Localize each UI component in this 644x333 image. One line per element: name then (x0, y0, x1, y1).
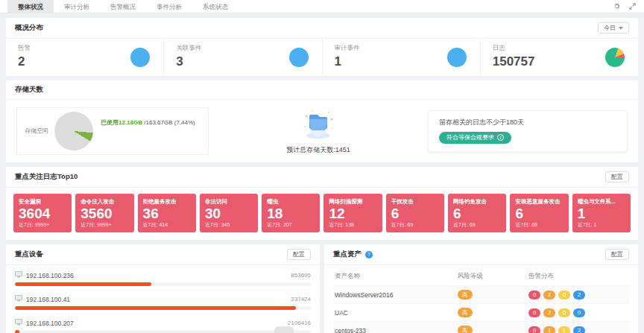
top-log-recent: 近7日: 414 (143, 221, 191, 229)
stat-item: 告警2 (6, 39, 164, 76)
overview-header: 概况分布 今日 (6, 18, 638, 39)
top-log-recent: 近7日: 345 (205, 221, 253, 229)
device-row-head: 192.168.100.2072106416 (15, 319, 311, 327)
asset-alarm-cell: 0112 (528, 326, 629, 333)
stat-circle-icon (130, 48, 150, 67)
top-log-recent: 近7日: 69 (391, 221, 439, 229)
stat-circle-icon (289, 48, 309, 67)
top-log-value: 3560 (80, 206, 128, 222)
storage-header: 存储天数 (6, 80, 638, 100)
devices-list: 192.168.100.236853695192.168.100.4123742… (6, 265, 320, 333)
device-log-count: 2106416 (288, 320, 311, 326)
top-log-card[interactable]: 蠕虫与文件系...1近7日: 1 (572, 194, 631, 233)
top-log-value: 6 (391, 206, 439, 222)
top-log-value: 12 (329, 206, 376, 222)
asset-row[interactable]: WindowsServer2016高0202 (333, 285, 629, 303)
risk-badge: 高 (458, 290, 473, 299)
fullscreen-expand-icon[interactable] (628, 2, 637, 10)
assets-col-alarms: 告警分布 (528, 272, 629, 281)
top-log-card[interactable]: 网络扫描探测12近7日: 138 (323, 194, 382, 233)
assets-config-button[interactable]: 配置 (605, 249, 629, 260)
top-logs-config-button[interactable]: 配置 (605, 171, 629, 183)
time-range-value: 今日 (604, 24, 616, 32)
top-log-value: 18 (267, 206, 315, 222)
top-log-name: 网络扫描探测 (329, 198, 376, 206)
alarm-badge: 2 (573, 291, 585, 299)
alarm-badge: 0 (528, 308, 540, 317)
alarm-badge: 0 (528, 326, 540, 333)
nav-tab[interactable]: 告警概况 (100, 0, 146, 13)
device-bar-track (15, 306, 311, 310)
devices-card: 重点设备 配置 192.168.100.236853695192.168.100… (6, 244, 320, 333)
device-bar-fill (15, 282, 151, 286)
devices-config-button[interactable]: 配置 (287, 249, 311, 260)
asset-risk-cell: 高 (458, 326, 528, 333)
storage-space-label: 存储空间 (25, 127, 48, 135)
risk-badge: 高 (458, 326, 473, 333)
bottom-row: 重点设备 配置 192.168.100.236853695192.168.100… (6, 244, 638, 333)
info-icon: i (497, 134, 504, 141)
alarm-badge: 0 (558, 308, 570, 317)
devices-header: 重点设备 配置 (6, 244, 320, 265)
storage-days-box: 预计总存储天数:1451 (222, 107, 414, 155)
top-log-recent: 近7日: 69 (515, 221, 563, 229)
nav-tab[interactable]: 事件分析 (146, 0, 192, 13)
log-pie-chart-icon (605, 48, 625, 67)
top-log-card[interactable]: 安全漏洞3604近7日: 9999+ (13, 194, 72, 233)
alarm-badge: 0 (573, 308, 585, 317)
top-log-recent: 近7日: 9999+ (19, 221, 66, 229)
top-log-name: 安全漏洞 (19, 198, 66, 206)
bottom-float-widget[interactable] (274, 326, 294, 333)
compliance-status-button[interactable]: 符合等保合规要求 i (439, 132, 511, 144)
top-log-card[interactable]: 拒绝服务攻击36近7日: 414 (138, 194, 196, 233)
settings-gear-icon[interactable] (613, 2, 621, 10)
nav-icons (613, 2, 637, 10)
assets-table: 资产名称 风险等级 告警分布 WindowsServer2016高0202UAC… (324, 265, 638, 333)
top-log-recent: 近7日: 69 (453, 221, 501, 229)
device-row[interactable]: 192.168.100.2072106416 (15, 314, 311, 333)
help-icon[interactable]: ? (365, 251, 373, 259)
nav-tab[interactable]: 审计分析 (54, 0, 100, 13)
stat-circle-icon (447, 48, 467, 67)
devices-title: 重点设备 (15, 250, 43, 259)
top-logs-cards: 安全漏洞3604近7日: 9999+命令注入攻击3560近7日: 9999+拒绝… (6, 188, 638, 241)
top-log-name: 安装恶意服务攻击 (515, 198, 563, 206)
stat-item: 日志150757 (481, 39, 638, 76)
risk-badge: 高 (458, 308, 473, 317)
asset-alarm-cell: 0200 (528, 308, 629, 317)
top-logs-header: 重点关注日志Top10 配置 (6, 167, 638, 188)
device-bar-fill (15, 306, 296, 310)
chevron-down-icon (619, 27, 623, 30)
device-log-count: 237424 (291, 296, 311, 302)
top-log-value: 30 (205, 206, 253, 222)
top-log-card[interactable]: 蠕虫18近7日: 207 (262, 194, 320, 233)
device-row[interactable]: 192.168.100.41237424 (15, 291, 311, 314)
top-logs-card: 重点关注日志Top10 配置 安全漏洞3604近7日: 9999+命令注入攻击3… (6, 167, 638, 241)
assets-card: 重点资产 ? 配置 资产名称 风险等级 告警分布 WindowsServer20… (324, 244, 638, 333)
asset-name: UAC (333, 309, 458, 317)
asset-row[interactable]: centos-233高0112 (333, 321, 629, 333)
top-log-card[interactable]: 非法访问30近7日: 345 (200, 194, 258, 233)
time-range-dropdown[interactable]: 今日 (598, 22, 629, 34)
top-log-card[interactable]: 安装恶意服务攻击6近7日: 69 (510, 194, 568, 233)
nav-tab[interactable]: 整体状况 (7, 0, 54, 13)
top-log-value: 1 (578, 206, 625, 222)
device-row[interactable]: 192.168.100.236853695 (15, 267, 311, 291)
top-log-card[interactable]: 干扰攻击6近7日: 69 (386, 194, 444, 233)
top-log-name: 蠕虫与文件系... (578, 198, 625, 206)
device-bar-fill (15, 330, 19, 333)
stat-item: 关联事件3 (164, 39, 322, 76)
top-log-name: 干扰攻击 (391, 198, 439, 206)
top-log-name: 蠕虫 (267, 198, 315, 206)
top-log-name: 拒绝服务攻击 (143, 198, 191, 206)
top-log-card[interactable]: 命令注入攻击3560近7日: 9999+ (75, 194, 133, 233)
assets-table-header: 资产名称 风险等级 告警分布 (333, 267, 629, 285)
storage-card: 存储天数 存储空间 已使用12.18GB /163.67GB (7.44%) (6, 80, 638, 162)
nav-tab[interactable]: 系统状态 (192, 0, 239, 13)
top-log-recent: 近7日: 207 (267, 221, 315, 229)
alarm-badge: 1 (558, 326, 570, 333)
asset-row[interactable]: UAC高0200 (333, 303, 629, 321)
asset-name: WindowsServer2016 (333, 291, 458, 299)
top-log-card[interactable]: 网络钓鱼攻击6近7日: 69 (448, 194, 506, 233)
assets-header: 重点资产 ? 配置 (324, 244, 638, 265)
